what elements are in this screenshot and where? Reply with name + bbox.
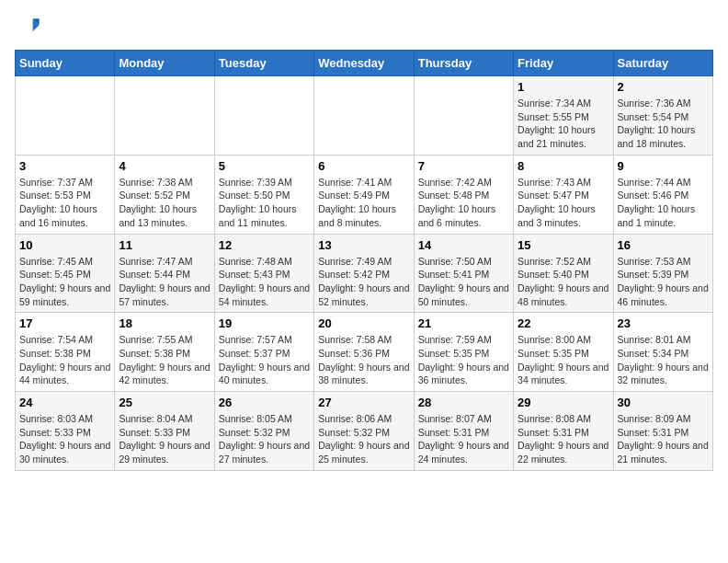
day-info: Sunrise: 7:58 AMSunset: 5:36 PMDaylight:… — [318, 333, 409, 387]
day-number: 10 — [19, 238, 110, 252]
calendar-cell: 3Sunrise: 7:37 AMSunset: 5:53 PMDaylight… — [16, 155, 115, 234]
calendar-cell: 24Sunrise: 8:03 AMSunset: 5:33 PMDayligh… — [16, 392, 115, 471]
page-header — [15, 15, 713, 40]
day-info: Sunrise: 7:59 AMSunset: 5:35 PMDaylight:… — [418, 333, 509, 387]
calendar-cell — [16, 76, 115, 155]
calendar-cell: 13Sunrise: 7:49 AMSunset: 5:42 PMDayligh… — [314, 234, 414, 313]
day-number: 16 — [618, 238, 709, 252]
day-number: 15 — [518, 238, 609, 252]
calendar-cell: 9Sunrise: 7:44 AMSunset: 5:46 PMDaylight… — [613, 155, 712, 234]
day-number: 9 — [618, 159, 709, 173]
day-header-thursday: Thursday — [414, 51, 513, 76]
day-number: 12 — [219, 238, 310, 252]
calendar-cell: 21Sunrise: 7:59 AMSunset: 5:35 PMDayligh… — [414, 313, 513, 392]
calendar-cell: 1Sunrise: 7:34 AMSunset: 5:55 PMDaylight… — [514, 76, 613, 155]
day-info: Sunrise: 7:37 AMSunset: 5:53 PMDaylight:… — [19, 176, 110, 230]
calendar-cell: 22Sunrise: 8:00 AMSunset: 5:35 PMDayligh… — [514, 313, 613, 392]
calendar-cell: 4Sunrise: 7:38 AMSunset: 5:52 PMDaylight… — [115, 155, 214, 234]
calendar-cell: 12Sunrise: 7:48 AMSunset: 5:43 PMDayligh… — [214, 234, 313, 313]
day-number: 29 — [518, 396, 609, 409]
day-number: 30 — [618, 396, 709, 409]
day-number: 25 — [119, 396, 210, 409]
logo-icon — [15, 15, 40, 40]
day-info: Sunrise: 7:57 AMSunset: 5:37 PMDaylight:… — [219, 333, 310, 387]
day-number: 2 — [618, 80, 709, 94]
calendar-cell: 11Sunrise: 7:47 AMSunset: 5:44 PMDayligh… — [115, 234, 214, 313]
day-number: 26 — [219, 396, 310, 409]
calendar-cell: 28Sunrise: 8:07 AMSunset: 5:31 PMDayligh… — [414, 392, 513, 471]
calendar-week-row: 3Sunrise: 7:37 AMSunset: 5:53 PMDaylight… — [16, 155, 713, 234]
calendar-cell: 15Sunrise: 7:52 AMSunset: 5:40 PMDayligh… — [514, 234, 613, 313]
day-info: Sunrise: 7:48 AMSunset: 5:43 PMDaylight:… — [219, 255, 310, 309]
day-header-saturday: Saturday — [613, 51, 712, 76]
day-info: Sunrise: 8:06 AMSunset: 5:32 PMDaylight:… — [318, 412, 409, 466]
day-info: Sunrise: 7:41 AMSunset: 5:49 PMDaylight:… — [318, 176, 409, 230]
day-number: 7 — [418, 159, 509, 173]
day-number: 19 — [219, 316, 310, 330]
day-number: 22 — [518, 316, 609, 330]
calendar-cell: 2Sunrise: 7:36 AMSunset: 5:54 PMDaylight… — [613, 76, 712, 155]
day-number: 24 — [19, 396, 110, 409]
day-number: 3 — [19, 159, 110, 173]
day-number: 21 — [418, 316, 509, 330]
calendar-cell: 17Sunrise: 7:54 AMSunset: 5:38 PMDayligh… — [16, 313, 115, 392]
day-info: Sunrise: 8:05 AMSunset: 5:32 PMDaylight:… — [219, 412, 310, 466]
day-number: 23 — [618, 316, 709, 330]
day-info: Sunrise: 7:50 AMSunset: 5:41 PMDaylight:… — [418, 255, 509, 309]
day-number: 1 — [518, 80, 609, 94]
calendar-week-row: 17Sunrise: 7:54 AMSunset: 5:38 PMDayligh… — [16, 313, 713, 392]
day-header-sunday: Sunday — [16, 51, 115, 76]
day-number: 18 — [119, 316, 210, 330]
calendar-cell: 6Sunrise: 7:41 AMSunset: 5:49 PMDaylight… — [314, 155, 414, 234]
logo — [15, 15, 44, 40]
day-info: Sunrise: 7:42 AMSunset: 5:48 PMDaylight:… — [418, 176, 509, 230]
calendar-cell: 5Sunrise: 7:39 AMSunset: 5:50 PMDaylight… — [214, 155, 313, 234]
day-number: 6 — [318, 159, 409, 173]
day-info: Sunrise: 8:09 AMSunset: 5:31 PMDaylight:… — [618, 412, 709, 466]
calendar-cell: 30Sunrise: 8:09 AMSunset: 5:31 PMDayligh… — [613, 392, 712, 471]
calendar-cell — [314, 76, 414, 155]
calendar-week-row: 10Sunrise: 7:45 AMSunset: 5:45 PMDayligh… — [16, 234, 713, 313]
day-info: Sunrise: 7:54 AMSunset: 5:38 PMDaylight:… — [19, 333, 110, 387]
day-info: Sunrise: 7:49 AMSunset: 5:42 PMDaylight:… — [318, 255, 409, 309]
calendar-cell — [414, 76, 513, 155]
calendar-cell: 29Sunrise: 8:08 AMSunset: 5:31 PMDayligh… — [514, 392, 613, 471]
day-info: Sunrise: 7:44 AMSunset: 5:46 PMDaylight:… — [618, 176, 709, 230]
calendar-cell: 16Sunrise: 7:53 AMSunset: 5:39 PMDayligh… — [613, 234, 712, 313]
day-number: 8 — [518, 159, 609, 173]
calendar-cell: 25Sunrise: 8:04 AMSunset: 5:33 PMDayligh… — [115, 392, 214, 471]
day-info: Sunrise: 8:07 AMSunset: 5:31 PMDaylight:… — [418, 412, 509, 466]
calendar-week-row: 1Sunrise: 7:34 AMSunset: 5:55 PMDaylight… — [16, 76, 713, 155]
calendar-cell: 14Sunrise: 7:50 AMSunset: 5:41 PMDayligh… — [414, 234, 513, 313]
day-info: Sunrise: 7:34 AMSunset: 5:55 PMDaylight:… — [518, 97, 609, 151]
day-number: 13 — [318, 238, 409, 252]
calendar-cell: 26Sunrise: 8:05 AMSunset: 5:32 PMDayligh… — [214, 392, 313, 471]
day-number: 4 — [119, 159, 210, 173]
calendar-cell: 18Sunrise: 7:55 AMSunset: 5:38 PMDayligh… — [115, 313, 214, 392]
day-info: Sunrise: 8:00 AMSunset: 5:35 PMDaylight:… — [518, 333, 609, 387]
day-info: Sunrise: 7:55 AMSunset: 5:38 PMDaylight:… — [119, 333, 210, 387]
calendar-cell: 8Sunrise: 7:43 AMSunset: 5:47 PMDaylight… — [514, 155, 613, 234]
day-header-monday: Monday — [115, 51, 214, 76]
calendar-cell — [214, 76, 313, 155]
day-number: 5 — [219, 159, 310, 173]
day-number: 14 — [418, 238, 509, 252]
day-info: Sunrise: 7:39 AMSunset: 5:50 PMDaylight:… — [219, 176, 310, 230]
day-info: Sunrise: 7:36 AMSunset: 5:54 PMDaylight:… — [618, 97, 709, 151]
day-number: 17 — [19, 316, 110, 330]
calendar-cell: 10Sunrise: 7:45 AMSunset: 5:45 PMDayligh… — [16, 234, 115, 313]
day-info: Sunrise: 8:08 AMSunset: 5:31 PMDaylight:… — [518, 412, 609, 466]
day-info: Sunrise: 7:45 AMSunset: 5:45 PMDaylight:… — [19, 255, 110, 309]
day-header-wednesday: Wednesday — [314, 51, 414, 76]
day-info: Sunrise: 8:04 AMSunset: 5:33 PMDaylight:… — [119, 412, 210, 466]
day-info: Sunrise: 7:52 AMSunset: 5:40 PMDaylight:… — [518, 255, 609, 309]
day-info: Sunrise: 8:03 AMSunset: 5:33 PMDaylight:… — [19, 412, 110, 466]
day-number: 20 — [318, 316, 409, 330]
calendar-cell: 27Sunrise: 8:06 AMSunset: 5:32 PMDayligh… — [314, 392, 414, 471]
day-number: 27 — [318, 396, 409, 409]
day-info: Sunrise: 7:47 AMSunset: 5:44 PMDaylight:… — [119, 255, 210, 309]
calendar-cell: 23Sunrise: 8:01 AMSunset: 5:34 PMDayligh… — [613, 313, 712, 392]
calendar-cell — [115, 76, 214, 155]
calendar-header-row: SundayMondayTuesdayWednesdayThursdayFrid… — [16, 51, 713, 76]
calendar-week-row: 24Sunrise: 8:03 AMSunset: 5:33 PMDayligh… — [16, 392, 713, 471]
